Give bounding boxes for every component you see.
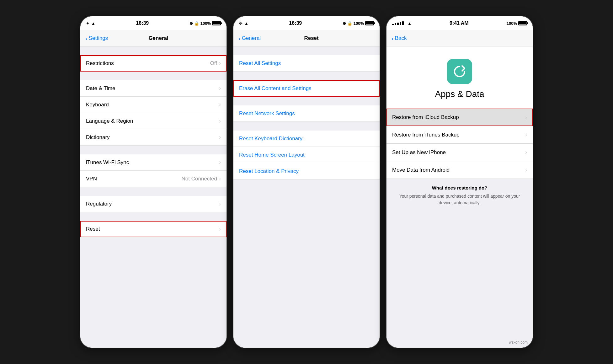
signal-strength-3	[392, 21, 404, 25]
regulatory-row[interactable]: Regulatory ›	[80, 196, 227, 212]
battery-percent-1: 100%	[200, 21, 211, 26]
setup-new-iphone-row[interactable]: Set Up as New iPhone ›	[386, 144, 533, 161]
spacer-1d	[80, 187, 227, 196]
phone-1: ✦ ▲ 16:39 ⊕ 🔒 100% ‹ Settings	[80, 16, 227, 348]
status-right-1: ⊕ 🔒 100%	[189, 21, 221, 26]
wifi-icon-3: ▲	[408, 21, 412, 26]
restrictions-value: Off	[210, 60, 217, 67]
restore-icloud-row[interactable]: Restore from iCloud Backup ›	[386, 109, 533, 126]
nav-title-2: Reset	[261, 35, 362, 41]
status-left-1: ✦ ▲	[86, 21, 95, 26]
move-data-android-row[interactable]: Move Data from Android ›	[386, 161, 533, 179]
regulatory-label: Regulatory	[86, 201, 219, 207]
chevron-left-icon-3: ‹	[392, 35, 394, 41]
spacer-2e	[233, 179, 380, 188]
status-right-2: ⊕ 🔒 100%	[343, 21, 374, 26]
vpn-row[interactable]: VPN Not Connected ›	[80, 171, 227, 187]
time-3: 9:41 AM	[450, 20, 469, 26]
date-time-chevron: ›	[219, 85, 221, 92]
phone-2: ✈ ▲ 16:39 ⊕ 🔒 100% ‹ General	[233, 16, 380, 348]
nav-bar-1: ‹ Settings General	[80, 30, 227, 46]
reset-row[interactable]: Reset ›	[80, 221, 227, 237]
restore-itunes-chevron: ›	[525, 131, 527, 138]
date-time-row[interactable]: Date & Time ›	[80, 80, 227, 97]
back-label-2: General	[242, 35, 261, 41]
status-left-2: ✈ ▲	[239, 21, 248, 26]
signal-icon: ▲	[91, 21, 95, 26]
time-2: 16:39	[289, 20, 302, 26]
vpn-value: Not Connected	[182, 176, 217, 182]
dictionary-row[interactable]: Dictionary ›	[80, 129, 227, 146]
reset-chevron: ›	[219, 226, 221, 232]
spacer-1e	[80, 212, 227, 221]
reset-label: Reset	[86, 226, 219, 232]
what-does-section: What does restoring do? Your personal da…	[386, 179, 533, 209]
lock-icon-2: 🔒	[347, 21, 352, 26]
chevron-left-icon-2: ‹	[238, 35, 241, 41]
keyboard-row[interactable]: Keyboard ›	[80, 97, 227, 113]
restore-itunes-row[interactable]: Restore from iTunes Backup ›	[386, 126, 533, 144]
dictionary-chevron: ›	[219, 134, 221, 141]
restore-icon	[452, 64, 467, 79]
reset-home-screen-label: Reset Home Screen Layout	[239, 152, 374, 158]
spacer-2a	[233, 46, 380, 55]
reset-keyboard-label: Reset Keyboard Dictionary	[239, 136, 374, 142]
regulatory-chevron: ›	[219, 201, 221, 207]
spacer-2c	[233, 97, 380, 105]
restore-itunes-label: Restore from iTunes Backup	[392, 132, 525, 138]
setup-new-iphone-chevron: ›	[525, 149, 527, 156]
battery-percent-3: 100%	[507, 21, 517, 26]
move-data-android-chevron: ›	[525, 167, 527, 173]
status-bar-1: ✦ ▲ 16:39 ⊕ 🔒 100%	[80, 16, 227, 30]
sig-bar-4	[400, 22, 401, 25]
language-region-chevron: ›	[219, 118, 221, 124]
itunes-wifi-row[interactable]: iTunes Wi-Fi Sync ›	[80, 154, 227, 171]
apps-data-title: Apps & Data	[435, 89, 484, 99]
language-region-row[interactable]: Language & Region ›	[80, 113, 227, 129]
battery-percent-2: 100%	[354, 21, 364, 26]
back-label-1: Settings	[89, 35, 108, 41]
status-left-3: ▲	[392, 21, 412, 26]
dictionary-label: Dictionary	[86, 134, 219, 141]
what-does-body: Your personal data and purchased content…	[392, 193, 527, 206]
nav-title-1: General	[108, 35, 209, 41]
reset-network-row[interactable]: Reset Network Settings	[233, 105, 380, 122]
nav-bar-3: ‹ Back	[386, 30, 533, 46]
apps-data-list: Restore from iCloud Backup › Restore fro…	[386, 109, 533, 348]
date-time-label: Date & Time	[86, 85, 219, 92]
spacer-2b	[233, 72, 380, 80]
restrictions-row[interactable]: Restrictions Off ›	[80, 55, 227, 72]
keyboard-label: Keyboard	[86, 102, 219, 108]
vpn-chevron: ›	[219, 175, 221, 182]
battery-fill-1	[213, 22, 220, 24]
reset-keyboard-row[interactable]: Reset Keyboard Dictionary	[233, 131, 380, 147]
keyboard-chevron: ›	[219, 101, 221, 108]
phone-3: ▲ 9:41 AM 100% ‹ Back	[386, 16, 533, 348]
apps-icon-container	[447, 59, 472, 84]
nav-bar-2: ‹ General Reset	[233, 30, 380, 46]
sig-bar-3	[397, 23, 399, 25]
wifi-icon: ✦	[86, 21, 89, 26]
reset-all-settings-row[interactable]: Reset All Settings	[233, 55, 380, 72]
reset-home-screen-row[interactable]: Reset Home Screen Layout	[233, 147, 380, 163]
battery-icon-1	[212, 21, 221, 25]
itunes-wifi-label: iTunes Wi-Fi Sync	[86, 159, 219, 166]
reset-location-privacy-label: Reset Location & Privacy	[239, 168, 374, 174]
back-button-1[interactable]: ‹ Settings	[85, 35, 108, 41]
time-1: 16:39	[136, 20, 149, 26]
itunes-wifi-chevron: ›	[219, 159, 221, 166]
watermark: wsxdn.com	[509, 340, 528, 345]
reset-location-privacy-row[interactable]: Reset Location & Privacy	[233, 163, 380, 179]
back-button-3[interactable]: ‹ Back	[392, 35, 407, 41]
restore-icloud-label: Restore from iCloud Backup	[392, 114, 525, 120]
sig-bar-1	[392, 24, 394, 25]
chevron-left-icon-1: ‹	[85, 35, 88, 41]
location-icon: ⊕	[189, 21, 193, 26]
erase-all-content-row[interactable]: Erase All Content and Settings	[233, 80, 380, 97]
restrictions-chevron: ›	[219, 60, 221, 67]
sig-bar-2	[395, 23, 396, 25]
spacer-1a	[80, 46, 227, 55]
spacer-2d	[233, 122, 380, 131]
back-button-2[interactable]: ‹ General	[238, 35, 261, 41]
move-data-android-label: Move Data from Android	[392, 167, 525, 173]
